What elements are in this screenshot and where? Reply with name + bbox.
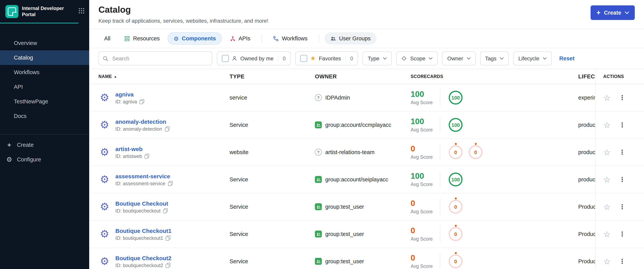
row-menu-icon[interactable]: ⋮ [618,94,627,101]
scorecard-badge[interactable]: 0 [449,145,462,159]
scorecard-badge[interactable]: 0 [469,145,482,159]
resources-icon [124,35,130,41]
tab-divider [262,34,262,43]
owner-name: group:account/seiplayacc [325,176,388,183]
scorecard-badges: 100 [449,91,462,104]
actions-cell: ☆ ⋮ [595,166,644,193]
copy-icon[interactable] [163,208,168,213]
sidebar-create-button[interactable]: + Create [0,138,89,152]
tags-filter-dropdown[interactable]: Tags [480,51,509,65]
tab-apis[interactable]: APIs [224,32,256,44]
chevron-down-icon [383,57,386,59]
tab-components[interactable]: ⚙ Components [168,32,222,44]
row-menu-icon[interactable]: ⋮ [618,176,627,183]
table-row: ⚙ artist-web ID: artistweb website ? art… [89,139,644,166]
component-name-link[interactable]: anomaly-detection [115,118,169,125]
copy-icon[interactable] [165,126,169,131]
owned-by-me-label: Owned by me [240,55,274,61]
copy-icon[interactable] [140,99,144,104]
type-cell: Service [230,122,315,128]
column-header-actions: ACTIONS [595,69,644,84]
component-id-line: ID: boutiquecheckout1 [115,235,172,241]
owned-by-me-count: 0 [278,55,286,61]
owned-by-me-filter[interactable]: Owned by me 0 [217,51,291,65]
favorite-star-icon[interactable]: ☆ [603,94,610,102]
scorecard-badge[interactable]: 0 [449,227,462,241]
reset-filters-link[interactable]: Reset [559,55,574,61]
scorecard-badge[interactable]: 100 [449,118,462,132]
owner-filter-dropdown[interactable]: Owner [442,51,476,65]
scorecard-badge[interactable]: 0 [449,255,462,268]
apps-grid-icon[interactable] [78,8,84,15]
component-name-link[interactable]: assessment-service [115,173,173,179]
actions-cell: ☆ ⋮ [595,248,644,269]
copy-icon[interactable] [166,263,170,268]
tab-all[interactable]: All [98,32,116,44]
component-gear-icon: ⚙ [98,202,111,212]
avg-score-block: 0 Avg Score [410,254,438,269]
avg-score-block: 0 Avg Score [410,145,438,160]
tab-divider [318,34,319,43]
scorecards-cell: 0 Avg Score 0 [410,199,578,215]
component-name-link[interactable]: Boutique Checkout [115,200,168,207]
component-name-link[interactable]: artist-web [115,145,149,152]
favorites-checkbox[interactable] [300,55,307,62]
search-input[interactable] [112,55,208,62]
scorecard-badges: 0 [449,255,462,268]
row-menu-icon[interactable]: ⋮ [618,258,627,265]
copy-icon[interactable] [168,181,173,186]
avg-score-value: 0 [410,226,438,235]
type-filter-dropdown[interactable]: Type [363,51,392,65]
scorecard-badges: 100 [449,173,462,186]
sidebar-item-testnewpage[interactable]: TestNewPage [0,94,89,109]
score-divider [440,253,440,269]
favorite-star-icon[interactable]: ☆ [603,121,610,129]
component-name-link[interactable]: Boutique Checkout1 [115,227,172,234]
component-id-line: ID: artistweb [115,154,149,159]
copy-icon[interactable] [166,236,170,241]
column-header-name[interactable]: NAME ▲ [89,74,230,79]
scorecard-badge[interactable]: 100 [449,91,462,104]
sidebar-configure-button[interactable]: ⚙ Configure [0,152,89,167]
sidebar-item-overview[interactable]: Overview [0,36,89,50]
favorite-star-icon[interactable]: ☆ [603,230,610,238]
row-menu-icon[interactable]: ⋮ [618,231,627,237]
scope-filter-dropdown[interactable]: Scope [396,51,438,65]
tab-resources[interactable]: Resources [118,32,166,44]
row-menu-icon[interactable]: ⋮ [618,122,627,128]
lifecycle-filter-dropdown[interactable]: Lifecycle [513,51,552,65]
group-icon [315,258,322,265]
component-name-link[interactable]: agniva [115,91,144,97]
sidebar-item-catalog[interactable]: Catalog [0,50,89,65]
favorite-star-icon[interactable]: ☆ [603,203,610,211]
favorite-star-icon[interactable]: ☆ [603,175,610,184]
avg-score-label: Avg Score [410,209,438,215]
scorecard-badge[interactable]: 100 [449,173,462,186]
copy-icon[interactable] [145,154,149,159]
avg-score-value: 0 [410,145,438,153]
group-icon [315,176,322,183]
scorecard-badge[interactable]: 0 [449,200,462,214]
owned-by-me-checkbox[interactable] [222,55,229,62]
favorites-filter[interactable]: ★ Favorites 0 [295,51,358,65]
sidebar-item-api[interactable]: API [0,79,89,94]
plus-icon: + [6,142,13,148]
component-id-line: ID: boutiquecheckout [115,208,168,214]
create-button[interactable]: + Create [591,5,635,20]
lifecycle-cell: Production [578,258,595,265]
favorite-star-icon[interactable]: ☆ [603,257,610,265]
sidebar-item-docs[interactable]: Docs [0,109,89,123]
row-menu-icon[interactable]: ⋮ [618,149,627,155]
avg-score-label: Avg Score [410,100,438,105]
favorite-star-icon[interactable]: ☆ [603,148,610,156]
avg-score-value: 0 [410,199,438,207]
row-menu-icon[interactable]: ⋮ [618,204,627,210]
group-icon [315,203,322,210]
component-name-link[interactable]: Boutique Checkout2 [115,255,172,261]
tab-workflows[interactable]: Workflows [267,32,313,44]
column-header-owner: OWNER [315,73,410,79]
sidebar-item-workflows[interactable]: Workflows [0,65,89,79]
component-gear-icon: ⚙ [98,174,111,185]
tab-user-groups[interactable]: User Groups [324,32,376,44]
lifecycle-cell: production [578,176,595,183]
